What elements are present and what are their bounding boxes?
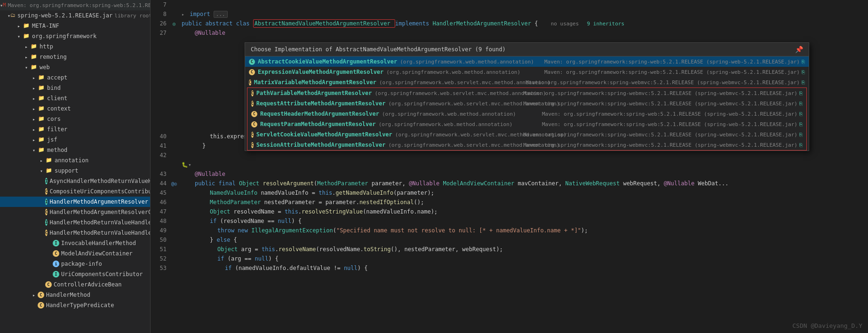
watermark: CSDN @Davieyang_D.Y — [792, 322, 862, 329]
sidebar-item-web[interactable]: ▾ 📁 web — [0, 62, 150, 72]
class-type-icon: C — [251, 142, 254, 148]
popup-item-source: Maven: org.springframework:spring-webmvc… — [523, 90, 803, 96]
code-line-53: 53 if (namedValueInfo.defaultValue != nu… — [151, 263, 868, 273]
code-line-51: 51 Object arg = this.resolveName(resolve… — [151, 245, 868, 254]
source-text: Maven: org.springframework:spring-web:5.… — [544, 59, 800, 65]
line-content: if (namedValueInfo.defaultValue != null)… — [178, 265, 367, 271]
sidebar-item-jar[interactable]: ▾ 🗂 spring-web-5.2.1.RELEASE.jar library… — [0, 10, 150, 21]
sidebar-item-context[interactable]: ▸ 📁 context — [0, 103, 150, 114]
popup-item-left: C RequestParamMethodArgumentResolver (or… — [251, 121, 542, 127]
filter-label: filter — [47, 126, 67, 133]
class-name: ExpressionValueMethodArgumentResolver — [258, 69, 383, 75]
code-line-8: 8 ▸ import ... — [151, 9, 868, 19]
popup-item-expression-value[interactable]: C ExpressionValueMethodArgumentResolver … — [245, 67, 809, 77]
popup-item-left: C AbstractCookieValueMethodArgumentResol… — [249, 58, 544, 65]
sidebar-item-handler-method-return-composite[interactable]: C HandlerMethodReturnValueHandlerComposi… — [0, 228, 150, 238]
package-name: (org.springframework.web.method.annotati… — [379, 121, 513, 127]
line-content: if (arg == null) { — [178, 255, 279, 262]
sidebar-item-handler-method-return-value[interactable]: I HandlerMethodReturnValueHandler — [0, 217, 150, 228]
sidebar-item-cors[interactable]: ▸ 📁 cors — [0, 114, 150, 124]
sidebar-item-invocable-handler[interactable]: I InvocableHandlerMethod — [0, 238, 150, 248]
jar-icon: 🗂 — [10, 12, 16, 19]
maven-root-label: Maven: org.springframework:spring-web:5.… — [8, 2, 151, 8]
sidebar-item-method[interactable]: ▾ 📁 method — [0, 145, 150, 155]
interface-icon: I — [53, 240, 59, 246]
popup-item-servlet-cookie[interactable]: C ServletCookieValueMethodArgumentResolv… — [247, 129, 806, 140]
line-number: 7 — [151, 1, 170, 8]
sidebar-item-async-handler[interactable]: I AsyncHandlerMethodReturnValueHandler — [0, 176, 150, 186]
sidebar-item-package-info[interactable]: i package-info — [0, 259, 150, 269]
invocable-handler-label: InvocableHandlerMethod — [61, 240, 136, 246]
import-collapsed[interactable]: ... — [214, 11, 228, 18]
popup-title-text: Choose Implementation of AbstractNamedVa… — [251, 46, 506, 53]
expand-arrow: ▸ — [30, 293, 38, 298]
line-number: 45 — [151, 190, 170, 196]
sidebar-item-org-springframework[interactable]: ▾ 📁 org.springframework — [0, 31, 150, 41]
sidebar-item-http[interactable]: ▸ 📁 http — [0, 41, 150, 52]
sidebar-item-jsf[interactable]: ▸ 📁 jsf — [0, 135, 150, 145]
sidebar-item-maven-root[interactable]: ▾ M Maven: org.springframework:spring-we… — [0, 0, 150, 10]
sidebar-item-remoting[interactable]: ▸ 📁 remoting — [0, 52, 150, 62]
popup-items-list[interactable]: C AbstractCookieValueMethodArgumentResol… — [245, 56, 809, 151]
handler-method-label: HandlerMethod — [46, 292, 90, 298]
expand-arrow: ▸ — [30, 106, 38, 111]
popup-item-session-attribute[interactable]: C SessionAttributeMethodArgumentResolver… — [247, 140, 806, 150]
code-line-47: 47 Object resolvedName = this.resolveStr… — [151, 207, 868, 216]
line-number: 53 — [151, 265, 170, 271]
bind-label: bind — [47, 85, 61, 91]
popup-item-source: Maven: org.springframework:spring-web:5.… — [544, 59, 805, 65]
sidebar-item-support[interactable]: ▾ 📁 support — [0, 166, 150, 176]
code-line-52: 52 if (arg == null) { — [151, 254, 868, 263]
class-type-icon: C — [251, 111, 257, 117]
line-number: 49 — [151, 227, 170, 234]
fold-icon[interactable]: ▸ — [182, 12, 184, 17]
handler-method-return-label: HandlerMethodReturnValueHandler — [49, 219, 151, 226]
line-content: @Nullable — [178, 171, 225, 177]
sidebar-item-handler-method[interactable]: ▸ C HandlerMethod — [0, 290, 150, 300]
popup-item-path-variable[interactable]: C PathVariableMethodArgumentResolver (or… — [247, 88, 806, 98]
class-name: RequestHeaderMethodArgumentResolver — [260, 111, 379, 117]
class-type-icon: C — [249, 79, 251, 86]
model-and-view-label: ModelAndViewContainer — [61, 250, 133, 257]
sidebar-item-accept[interactable]: ▸ 📁 accept — [0, 72, 150, 83]
sidebar-item-handler-method-arg-resolver[interactable]: I HandlerMethodArgumentResolver — [0, 197, 150, 207]
implementation-chooser-popup: Choose Implementation of AbstractNamedVa… — [245, 42, 809, 151]
folder-icon: 📁 — [45, 157, 53, 164]
popup-item-matrix-variable[interactable]: C MatrixVariableMethodArgumentResolver (… — [245, 77, 809, 87]
popup-item-request-param[interactable]: C RequestParamMethodArgumentResolver (or… — [247, 119, 806, 129]
interface-icon: I — [53, 271, 59, 278]
expand-arrow: ▸ — [38, 158, 45, 163]
line-number: 51 — [151, 246, 170, 253]
sidebar-item-handler-method-arg-resolver-composite[interactable]: C HandlerMethodArgumentResolverComposite — [0, 207, 150, 217]
sidebar-item-handler-type-predicate[interactable]: C HandlerTypePredicate — [0, 300, 150, 310]
expand-arrow: ▸ — [30, 137, 38, 143]
pin-icon[interactable]: 📌 — [795, 46, 803, 53]
copy-icon: ⎘ — [799, 101, 803, 107]
sidebar-item-model-and-view[interactable]: C ModelAndViewContainer — [0, 248, 150, 259]
sidebar-item-annotation[interactable]: ▸ 📁 annotation — [0, 155, 150, 166]
class-type-icon: C — [249, 69, 255, 75]
line-content: MethodParameter nestedParameter = parame… — [178, 199, 424, 206]
sidebar-item-bind[interactable]: ▸ 📁 bind — [0, 83, 150, 93]
popup-item-request-header[interactable]: C RequestHeaderMethodArgumentResolver (o… — [247, 109, 806, 119]
sidebar-item-uri-components[interactable]: I UriComponentsContributor — [0, 269, 150, 279]
handler-type-predicate-label: HandlerTypePredicate — [46, 302, 114, 309]
sidebar-item-composite-uri[interactable]: C CompositeUriComponentsContributor — [0, 186, 150, 197]
folder-icon: 📁 — [38, 146, 45, 154]
expand-arrow: ▸ — [23, 55, 30, 60]
class-icon: C — [45, 281, 52, 288]
sidebar-item-controller-advice[interactable]: C ControllerAdviceBean — [0, 279, 150, 290]
line-content: 🐛▾ — [178, 161, 191, 168]
code-line-43-fold: 🐛▾ — [151, 160, 868, 169]
sidebar-item-filter[interactable]: ▸ 📁 filter — [0, 124, 150, 135]
folder-icon: 📁 — [30, 53, 38, 61]
sidebar-item-client[interactable]: ▸ 📁 client — [0, 93, 150, 103]
remoting-label: remoting — [40, 54, 67, 60]
line-number: 41 — [151, 143, 170, 149]
class-name: ServletCookieValueMethodArgumentResolver — [256, 131, 392, 138]
popup-item-request-attribute[interactable]: C RequestAttributeMethodArgumentResolver… — [247, 98, 806, 109]
folder-icon: 📁 — [38, 126, 45, 133]
popup-item-abstract-cookie[interactable]: C AbstractCookieValueMethodArgumentResol… — [245, 56, 809, 67]
sidebar-item-meta-inf[interactable]: ▸ 📁 META-INF — [0, 21, 150, 31]
annotation-label: annotation — [55, 157, 88, 164]
